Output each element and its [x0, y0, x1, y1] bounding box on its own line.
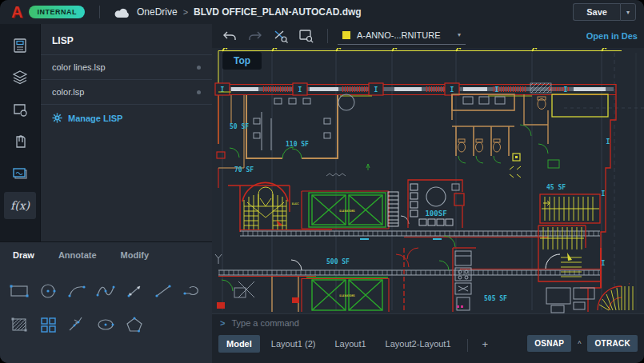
chevron-right-icon: >	[183, 7, 188, 17]
tab-layout1-2[interactable]: Layout1 (2)	[263, 335, 324, 353]
breadcrumb: OneDrive > BLVD OFFICE_PLAN-AUTOCAD.dwg	[137, 6, 362, 18]
layout-tab-bar: Model Layout1 (2) Layout1 Layout2-Layout…	[212, 331, 644, 363]
view-cube-top-button[interactable]: Top	[222, 52, 262, 70]
svg-text:I: I	[602, 260, 606, 267]
drawing-viewport[interactable]: IIII II III	[212, 48, 644, 313]
polyline-arc-tool-icon[interactable]	[178, 274, 206, 308]
left-icon-rail: f(x)	[0, 24, 40, 241]
item-options-dot-icon[interactable]	[197, 66, 201, 70]
layer-dropdown[interactable]: A-ANNO-...RNITURE ▾	[338, 28, 466, 45]
tab-annotate[interactable]: Annotate	[58, 250, 97, 263]
ellipse-tool-icon[interactable]	[91, 308, 120, 341]
sf-label-110: 110 SF	[286, 141, 309, 148]
tab-layout1[interactable]: Layout1	[326, 335, 374, 353]
elevators-label: ELEVATORS	[339, 209, 354, 213]
autocad-logo-icon: A	[11, 4, 22, 20]
attachments-icon[interactable]	[4, 128, 36, 155]
svg-text:I: I	[221, 86, 225, 94]
svg-text:I: I	[298, 86, 302, 94]
stair-tiny-label: ⬆	[628, 282, 630, 285]
sf-label-505: 505 SF	[484, 295, 507, 302]
canvas-area: A-ANNO-...RNITURE ▾ Open in Des	[212, 24, 644, 363]
item-options-dot-icon[interactable]	[197, 90, 201, 94]
layer-color-swatch	[342, 31, 350, 39]
chevron-down-icon: ▾	[626, 9, 630, 16]
tab-layout2-layout1[interactable]: Layout2-Layout1	[378, 335, 459, 353]
lisp-panel: LISP color lines.lsp color.lsp Manage LI…	[40, 24, 212, 241]
internal-badge: INTERNAL	[29, 6, 85, 18]
open-in-desktop-link[interactable]: Open in Des	[586, 31, 638, 41]
svg-text:I: I	[495, 86, 499, 94]
layer-name: A-ANNO-...RNITURE	[357, 30, 451, 40]
onedrive-cloud-icon	[114, 7, 130, 17]
otrack-toggle[interactable]: OTRACK	[587, 335, 638, 352]
sf-label-45: 45 SF	[546, 184, 566, 191]
gear-icon	[52, 113, 62, 123]
save-menu-button[interactable]: ▾	[620, 3, 636, 21]
tools-tab-bar: Draw Annotate Modify	[0, 242, 212, 268]
draw-tools-panel: Draw Annotate Modify	[0, 241, 212, 363]
sf-label-500: 500 SF	[326, 258, 350, 265]
autocad-web-window: A INTERNAL OneDrive > BLVD OFFICE_PLAN-A…	[0, 0, 644, 363]
block-tool-icon[interactable]	[34, 308, 62, 341]
rectangle-tool-icon[interactable]	[5, 274, 34, 308]
svg-text:I: I	[450, 86, 454, 94]
zoom-object-icon[interactable]	[270, 26, 292, 46]
left-panel: f(x) LISP color lines.lsp color.lsp	[0, 24, 212, 363]
command-prompt-icon: >	[220, 318, 225, 328]
lisp-file-name: color lines.lsp	[52, 62, 106, 72]
redo-button[interactable]	[244, 26, 266, 46]
polygon-tool-icon[interactable]	[120, 308, 149, 341]
svg-text:I: I	[602, 190, 606, 197]
dimension-tool-icon[interactable]	[62, 308, 91, 341]
lisp-file-item[interactable]: color.lsp	[41, 79, 212, 104]
sf-label-50: 50 SF	[230, 123, 249, 130]
tool-grid	[0, 268, 212, 348]
sf-label-70: 70 SF	[234, 166, 254, 174]
add-layout-button[interactable]: +	[476, 335, 495, 353]
manage-lisp-button[interactable]: Manage LISP	[41, 104, 212, 131]
lisp-file-item[interactable]: color lines.lsp	[41, 54, 212, 79]
sf-label-100: 100SF	[425, 209, 446, 217]
properties-panel-icon[interactable]	[4, 32, 36, 59]
svg-text:I: I	[564, 86, 568, 94]
stretch-tool-icon[interactable]	[120, 274, 149, 308]
circle-tool-icon[interactable]	[34, 274, 62, 308]
chevron-up-icon[interactable]: ^	[578, 340, 581, 348]
elec-label: ELEC	[292, 202, 299, 205]
hatch-tool-icon[interactable]	[5, 308, 34, 341]
tab-model[interactable]: Model	[218, 335, 260, 353]
lisp-functions-icon[interactable]: f(x)	[4, 192, 36, 219]
tab-modify[interactable]: Modify	[121, 250, 149, 263]
lisp-file-name: color.lsp	[52, 87, 84, 97]
lisp-panel-title: LISP	[41, 24, 212, 54]
command-bar[interactable]: > Type a command	[212, 313, 644, 331]
breadcrumb-drive[interactable]: OneDrive	[137, 6, 178, 18]
layers-icon[interactable]	[4, 64, 36, 91]
floor-plan-drawing[interactable]: IIII II III	[212, 48, 644, 313]
plot-output-icon[interactable]	[4, 160, 36, 187]
divider	[327, 29, 328, 43]
undo-button[interactable]	[218, 26, 241, 46]
svg-text:I: I	[606, 138, 610, 146]
arc-tool-icon[interactable]	[62, 274, 91, 308]
line-tool-icon[interactable]	[149, 274, 178, 308]
divider	[99, 6, 100, 18]
blocks-icon[interactable]	[4, 96, 36, 123]
command-input[interactable]: Type a command	[231, 318, 298, 328]
zoom-window-icon[interactable]	[295, 26, 318, 46]
canvas-toolbar: A-ANNO-...RNITURE ▾ Open in Des	[212, 24, 644, 48]
divider	[467, 339, 468, 352]
breadcrumb-filename: BLVD OFFICE_PLAN-AUTOCAD.dwg	[194, 6, 362, 18]
elevators-label: ELEVATORS	[339, 294, 354, 297]
tab-draw[interactable]: Draw	[13, 250, 34, 263]
svg-text:I: I	[374, 86, 378, 94]
chevron-down-icon: ▾	[458, 31, 461, 38]
top-bar: A INTERNAL OneDrive > BLVD OFFICE_PLAN-A…	[0, 0, 644, 24]
spline-tool-icon[interactable]	[91, 274, 120, 308]
osnap-toggle[interactable]: OSNAP	[527, 335, 571, 352]
save-button[interactable]: Save	[573, 3, 620, 21]
